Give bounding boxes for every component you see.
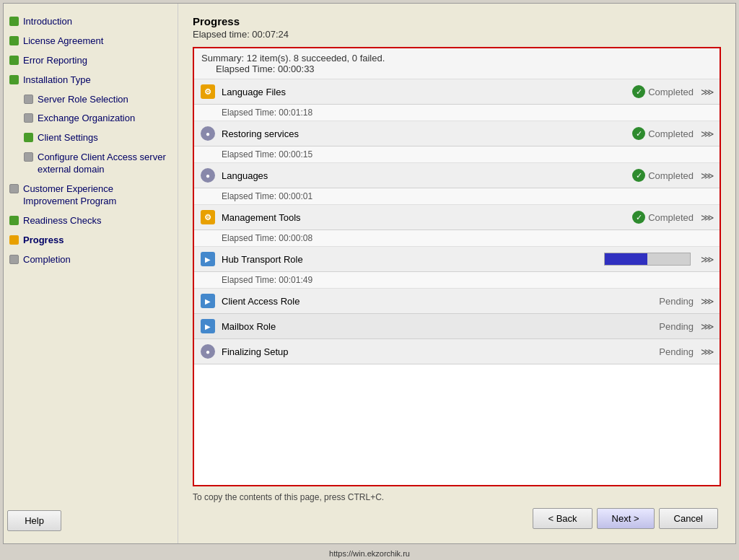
expand-icon[interactable]: ⋙: [701, 87, 714, 97]
elapsed-restoring-services: Elapsed Time: 00:00:15: [194, 146, 720, 163]
footer-buttons: < Back Next > Cancel: [193, 502, 721, 532]
sidebar-item-progress[interactable]: Progress: [4, 231, 178, 250]
sidebar-item-label: Error Reporting: [23, 55, 87, 67]
sidebar-indicator: [9, 216, 19, 225]
task-name: Hub Transport Role: [222, 254, 604, 265]
task-icon-mailbox-role: ▶: [200, 318, 216, 334]
scrolled-elapsed: Elapsed Time: 00:00:33: [201, 64, 315, 74]
sidebar-item-readiness-checks[interactable]: Readiness Checks: [4, 211, 178, 231]
help-button[interactable]: Help: [7, 510, 61, 531]
task-name: Finalizing Setup: [222, 346, 659, 357]
sidebar-indicator: [24, 133, 33, 142]
sidebar-item-server-role-selection[interactable]: Server Role Selection: [4, 90, 178, 110]
next-button[interactable]: Next >: [597, 508, 655, 529]
task-row-restoring-services: ● Restoring services ✓ Completed ⋙: [194, 121, 720, 146]
task-status-mailbox-role: Pending: [659, 321, 694, 332]
elapsed-management-tools: Elapsed Time: 00:00:08: [194, 230, 720, 247]
task-row-language-files: ⚙ Language Files ✓ Completed ⋙: [194, 79, 720, 105]
sidebar-indicator: [9, 56, 19, 65]
sidebar-item-customer-experience[interactable]: Customer Experience Improvement Program: [4, 180, 178, 211]
completed-icon: ✓: [632, 127, 645, 140]
sidebar-item-label: Readiness Checks: [23, 215, 101, 227]
sidebar-indicator: [24, 152, 33, 162]
content-area: Progress Elapsed time: 00:07:24 Summary:…: [178, 4, 735, 543]
task-row-mailbox-role: ▶ Mailbox Role Pending ⋙: [194, 314, 720, 339]
elapsed-hub-transport-role: Elapsed Time: 00:01:49: [194, 272, 720, 289]
cancel-button[interactable]: Cancel: [659, 508, 718, 529]
task-status-languages: ✓ Completed: [632, 169, 694, 182]
sidebar-item-completion[interactable]: Completion: [4, 250, 178, 270]
sidebar-item-label: Progress: [23, 235, 64, 247]
sidebar-item-introduction[interactable]: Introduction: [4, 12, 178, 32]
sidebar-indicator: [9, 36, 19, 45]
sidebar-item-exchange-organization[interactable]: Exchange Organization: [4, 109, 178, 128]
expand-icon[interactable]: ⋙: [701, 128, 714, 139]
expand-icon[interactable]: ⋙: [701, 296, 714, 307]
task-name: Mailbox Role: [222, 321, 659, 332]
task-row-finalizing-setup: ● Finalizing Setup Pending ⋙: [194, 339, 720, 364]
task-icon-languages: ●: [200, 167, 216, 183]
task-icon-finalizing-setup: ●: [200, 344, 216, 359]
sidebar-item-label: Completion: [23, 254, 71, 266]
sidebar-indicator: [9, 17, 19, 26]
sidebar-indicator: [24, 95, 33, 104]
expand-icon[interactable]: ⋙: [701, 321, 714, 332]
task-row-hub-transport-role: ▶ Hub Transport Role ⋙: [194, 247, 720, 272]
sidebar-indicator: [9, 235, 19, 245]
task-icon-hub-transport-role: ▶: [200, 251, 216, 267]
sidebar: Introduction License Agreement Error Rep…: [4, 4, 178, 543]
task-name: Languages: [222, 170, 632, 181]
progress-bar-fill: [605, 253, 647, 265]
elapsed-language-files: Elapsed Time: 00:01:18: [194, 105, 720, 121]
task-name: Restoring services: [222, 128, 632, 139]
task-row-client-access-role: ▶ Client Access Role Pending ⋙: [194, 289, 720, 314]
task-status-hub-transport-role: [604, 253, 694, 266]
back-button[interactable]: < Back: [533, 508, 592, 529]
task-name: Language Files: [222, 87, 632, 97]
sidebar-indicator: [24, 113, 33, 123]
progress-box: Summary: 12 item(s). 8 succeeded, 0 fail…: [193, 47, 721, 486]
expand-icon[interactable]: ⋙: [701, 254, 714, 265]
task-icon-language-files: ⚙: [200, 84, 216, 100]
task-icon-management-tools: ⚙: [200, 209, 216, 225]
task-icon-restoring-services: ●: [200, 126, 216, 141]
task-status-language-files: ✓ Completed: [632, 85, 694, 98]
sidebar-item-label: Exchange Organization: [38, 113, 135, 125]
sidebar-item-label: Introduction: [23, 16, 72, 28]
sidebar-item-label: Installation Type: [23, 74, 91, 87]
footer-hint: To copy the contents of this page, press…: [193, 492, 721, 502]
expand-icon[interactable]: ⋙: [701, 346, 714, 357]
sidebar-item-label: Configure Client Access server external …: [38, 152, 170, 176]
sidebar-item-label: Customer Experience Improvement Program: [23, 183, 170, 208]
progress-summary: Summary: 12 item(s). 8 succeeded, 0 fail…: [194, 48, 720, 79]
completed-icon: ✓: [632, 85, 645, 98]
sidebar-indicator: [9, 255, 19, 264]
sidebar-item-license-agreement[interactable]: License Agreement: [4, 32, 178, 51]
task-status-finalizing-setup: Pending: [659, 346, 694, 357]
sidebar-item-error-reporting[interactable]: Error Reporting: [4, 51, 178, 71]
task-icon-client-access-role: ▶: [200, 293, 216, 309]
sidebar-item-installation-type[interactable]: Installation Type: [4, 71, 178, 90]
page-title: Progress: [193, 15, 721, 27]
completed-icon: ✓: [632, 169, 645, 182]
progress-scroll[interactable]: ⚙ Language Files ✓ Completed ⋙ Elapsed T…: [194, 79, 720, 485]
sidebar-item-configure-client-access[interactable]: Configure Client Access server external …: [4, 148, 178, 180]
task-row-languages: ● Languages ✓ Completed ⋙: [194, 163, 720, 188]
expand-icon[interactable]: ⋙: [701, 212, 714, 223]
elapsed-languages: Elapsed Time: 00:00:01: [194, 188, 720, 205]
elapsed-time: Elapsed time: 00:07:24: [193, 29, 721, 40]
completed-icon: ✓: [632, 211, 645, 224]
task-row-management-tools: ⚙ Management Tools ✓ Completed ⋙: [194, 205, 720, 230]
sidebar-indicator: [9, 75, 19, 84]
bottom-url: https://win.ekzorchik.ru: [329, 549, 410, 558]
expand-icon[interactable]: ⋙: [701, 170, 714, 181]
sidebar-item-label: Server Role Selection: [38, 94, 128, 106]
sidebar-item-client-settings[interactable]: Client Settings: [4, 128, 178, 148]
progress-bar-container: [604, 253, 691, 266]
sidebar-item-label: Client Settings: [38, 132, 98, 144]
bottom-bar: https://win.ekzorchik.ru: [0, 547, 739, 560]
task-name: Management Tools: [222, 212, 632, 223]
task-status-client-access-role: Pending: [659, 296, 694, 307]
sidebar-indicator: [9, 184, 19, 193]
task-name: Client Access Role: [222, 296, 659, 307]
